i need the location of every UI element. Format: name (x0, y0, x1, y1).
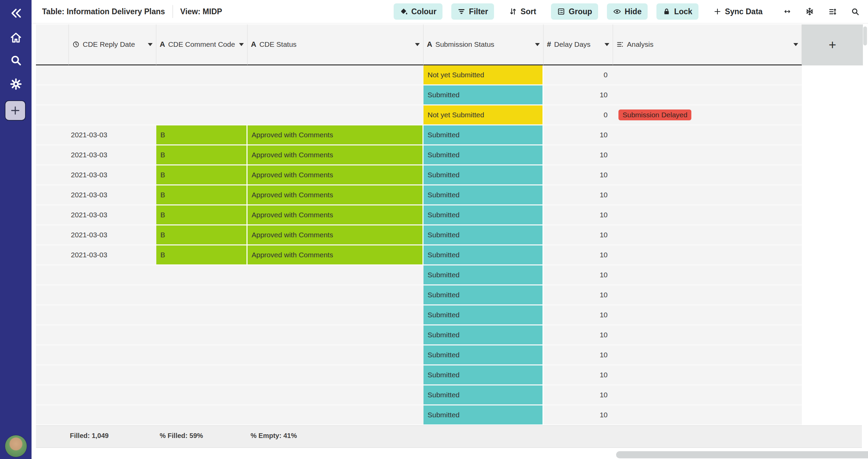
cell-cde-status[interactable] (248, 285, 423, 304)
cell-cde-comment-code[interactable] (156, 305, 248, 324)
cell-analysis[interactable] (613, 125, 802, 144)
cell-submission-status[interactable]: Submitted (423, 225, 544, 244)
cell-delay-days[interactable]: 10 (544, 145, 613, 164)
user-avatar[interactable] (5, 435, 27, 457)
cell-delay-days[interactable]: 10 (544, 325, 613, 344)
footer-stat-filled[interactable]: Filled: 1,049 (70, 432, 109, 440)
cell-cde-reply-date[interactable]: 2021-03-03 (69, 125, 156, 144)
cell-analysis[interactable] (613, 65, 802, 84)
cell-submission-status[interactable]: Submitted (423, 145, 544, 164)
cell-cde-reply-date[interactable] (69, 385, 156, 404)
cell-cde-status[interactable]: Approved with Comments (248, 185, 423, 204)
column-menu-caret-icon[interactable] (415, 43, 420, 46)
cell-cde-reply-date[interactable]: 2021-03-03 (69, 145, 156, 164)
cell-submission-status[interactable]: Not yet Submitted (423, 65, 544, 84)
cell-delay-days[interactable]: 10 (544, 405, 613, 424)
cell-cde-status[interactable] (248, 345, 423, 364)
cell-cde-comment-code[interactable]: B (156, 225, 248, 244)
cell-cde-reply-date[interactable] (69, 85, 156, 104)
cell-submission-status[interactable]: Submitted (423, 405, 544, 424)
column-header-cde-reply-date[interactable]: CDE Reply Date (69, 24, 156, 65)
cell-submission-status[interactable]: Submitted (423, 185, 544, 204)
cell-delay-days[interactable]: 10 (544, 185, 613, 204)
cell-cde-reply-date[interactable]: 2021-03-03 (69, 245, 156, 264)
sidebar-add-button[interactable] (5, 100, 26, 121)
cell-cde-reply-date[interactable]: 2021-03-03 (69, 165, 156, 184)
cell-submission-status[interactable]: Submitted (423, 345, 544, 364)
sort-button[interactable]: Sort (503, 3, 542, 20)
cell-cde-status[interactable]: Approved with Comments (248, 125, 423, 144)
cell-analysis[interactable] (613, 145, 802, 164)
column-header-analysis[interactable]: Analysis (613, 24, 802, 65)
cell-analysis[interactable] (613, 285, 802, 304)
cell-delay-days[interactable]: 10 (544, 245, 613, 264)
column-menu-caret-icon[interactable] (148, 43, 153, 46)
cell-cde-reply-date[interactable] (69, 105, 156, 124)
cell-cde-comment-code[interactable] (156, 365, 248, 384)
cell-cde-comment-code[interactable] (156, 405, 248, 424)
cell-cde-reply-date[interactable]: 2021-03-03 (69, 185, 156, 204)
cell-row-handle[interactable] (36, 405, 69, 424)
cell-delay-days[interactable]: 10 (544, 205, 613, 224)
cell-cde-reply-date[interactable] (69, 305, 156, 324)
cell-cde-comment-code[interactable] (156, 385, 248, 404)
cell-cde-comment-code[interactable]: B (156, 245, 248, 264)
cell-row-handle[interactable] (36, 185, 69, 204)
cell-delay-days[interactable]: 10 (544, 125, 613, 144)
settings-gear-icon[interactable] (0, 78, 32, 90)
vertical-scrollbar[interactable] (863, 26, 867, 45)
column-header-delay-days[interactable]: #Delay Days (544, 24, 613, 65)
cell-cde-status[interactable] (248, 405, 423, 424)
filter-button[interactable]: Filter (451, 3, 494, 20)
cell-analysis[interactable] (613, 225, 802, 244)
search-button[interactable] (851, 7, 860, 16)
cell-analysis[interactable] (613, 325, 802, 344)
cell-cde-status[interactable]: Approved with Comments (248, 205, 423, 224)
cell-row-handle[interactable] (36, 145, 69, 164)
cell-cde-reply-date[interactable] (69, 405, 156, 424)
cell-cde-comment-code[interactable]: B (156, 165, 248, 184)
lock-button[interactable]: Lock (656, 3, 698, 20)
cell-submission-status[interactable]: Submitted (423, 245, 544, 264)
cell-cde-status[interactable] (248, 365, 423, 384)
cell-submission-status[interactable]: Submitted (423, 165, 544, 184)
cell-row-handle[interactable] (36, 285, 69, 304)
cell-analysis[interactable] (613, 85, 802, 104)
row-height-button[interactable] (828, 7, 837, 16)
cell-delay-days[interactable]: 0 (544, 105, 613, 124)
cell-submission-status[interactable]: Submitted (423, 205, 544, 224)
cell-analysis[interactable] (613, 185, 802, 204)
cell-submission-status[interactable]: Submitted (423, 305, 544, 324)
cell-analysis[interactable] (613, 345, 802, 364)
cell-cde-status[interactable]: Approved with Comments (248, 145, 423, 164)
column-menu-caret-icon[interactable] (605, 43, 609, 46)
cell-cde-status[interactable] (248, 65, 423, 84)
cell-row-handle[interactable] (36, 245, 69, 264)
group-button[interactable]: Group (551, 3, 598, 20)
cell-analysis[interactable] (613, 165, 802, 184)
cell-cde-reply-date[interactable] (69, 265, 156, 284)
cell-cde-comment-code[interactable]: B (156, 205, 248, 224)
cell-row-handle[interactable] (36, 205, 69, 224)
cell-delay-days[interactable]: 10 (544, 265, 613, 284)
cell-delay-days[interactable]: 10 (544, 225, 613, 244)
cell-delay-days[interactable]: 10 (544, 305, 613, 324)
cell-cde-status[interactable] (248, 85, 423, 104)
cell-cde-status[interactable] (248, 305, 423, 324)
cell-submission-status[interactable]: Submitted (423, 325, 544, 344)
colour-button[interactable]: Colour (394, 3, 442, 20)
cell-analysis[interactable] (613, 265, 802, 284)
cell-submission-status[interactable]: Submitted (423, 125, 544, 144)
cell-cde-comment-code[interactable] (156, 85, 248, 104)
resize-columns-button[interactable] (784, 8, 791, 15)
cell-analysis[interactable]: Submission Delayed (613, 105, 802, 124)
cell-cde-reply-date[interactable]: 2021-03-03 (69, 225, 156, 244)
cell-cde-status[interactable] (248, 105, 423, 124)
cell-row-handle[interactable] (36, 65, 69, 84)
cell-row-handle[interactable] (36, 105, 69, 124)
add-column-button[interactable]: + (802, 24, 863, 65)
cell-cde-status[interactable]: Approved with Comments (248, 225, 423, 244)
cell-submission-status[interactable]: Submitted (423, 385, 544, 404)
column-header-cde-comment-code[interactable]: ACDE Comment Code (156, 24, 248, 65)
cell-cde-reply-date[interactable] (69, 325, 156, 344)
